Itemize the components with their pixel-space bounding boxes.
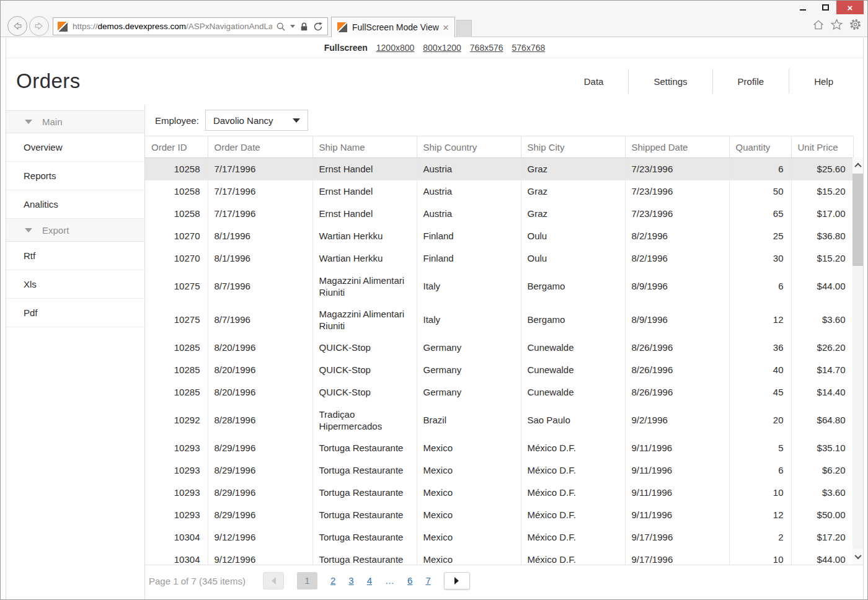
refresh-icon[interactable] — [313, 22, 323, 32]
sidebar-item-xls[interactable]: Xls — [6, 270, 144, 299]
table-row[interactable]: 102928/28/1996Tradiçao HipermercadosBraz… — [145, 404, 853, 437]
table-row[interactable]: 103049/12/1996Tortuga RestauranteMexicoM… — [145, 549, 853, 565]
menu-item-data[interactable]: Data — [559, 76, 629, 87]
address-bar[interactable]: https://demos.devexpress.com/ASPxNavigat… — [53, 17, 328, 35]
page-link-6[interactable]: 6 — [407, 575, 412, 586]
prev-page-button[interactable] — [263, 572, 284, 589]
sidebar-item-reports[interactable]: Reports — [6, 162, 144, 190]
table-row[interactable]: 102858/20/1996QUICK-StopGermanyCunewalde… — [145, 337, 853, 359]
page-link-3[interactable]: 3 — [348, 575, 353, 586]
table-row[interactable]: 102758/7/1996Magazzini Alimentari Riunit… — [145, 270, 853, 303]
sidebar-group-export[interactable]: Export — [6, 219, 144, 242]
column-header-ship-country[interactable]: Ship Country — [417, 136, 521, 158]
cell-quantity: 10 — [729, 482, 791, 504]
close-button[interactable]: × — [836, 1, 864, 14]
sidebar-item-pdf[interactable]: Pdf — [6, 299, 144, 327]
collapse-arrow-icon — [25, 228, 32, 232]
scrollbar-thumb[interactable] — [852, 174, 863, 266]
table-row[interactable]: 102587/17/1996Ernst HandelAustriaGraz7/2… — [145, 180, 853, 203]
browser-tab[interactable]: FullScreen Mode Viewer × — [331, 17, 455, 37]
maximize-button[interactable] — [814, 1, 836, 14]
cell-order-date: 8/28/1996 — [208, 404, 312, 437]
home-icon[interactable] — [812, 19, 825, 31]
table-row[interactable]: 102938/29/1996Tortuga RestauranteMexicoM… — [145, 437, 853, 459]
scroll-down-button[interactable] — [852, 549, 863, 565]
cell-unit-price: $44.00 — [791, 270, 853, 303]
header-menu: DataSettingsProfileHelp — [559, 69, 858, 94]
column-header-order-id[interactable]: Order ID — [145, 136, 208, 158]
new-tab-button[interactable] — [456, 20, 472, 37]
cell-unit-price: $17.20 — [791, 526, 853, 549]
column-header-shipped-date[interactable]: Shipped Date — [625, 136, 729, 158]
cell-quantity: 2 — [729, 526, 791, 549]
table-row[interactable]: 102938/29/1996Tortuga RestauranteMexicoM… — [145, 459, 853, 482]
page-link-7[interactable]: 7 — [425, 575, 430, 586]
pager-summary: Page 1 of 7 (345 items) — [149, 575, 246, 586]
cell-ship-country: Mexico — [417, 549, 521, 565]
sidebar-group-label: Main — [42, 117, 63, 127]
minimize-button[interactable] — [792, 1, 814, 14]
table-row[interactable]: 102858/20/1996QUICK-StopGermanyCunewalde… — [145, 359, 853, 381]
cell-quantity: 12 — [729, 303, 791, 337]
cell-unit-price: $14.40 — [791, 381, 853, 404]
search-dropdown-icon[interactable] — [290, 25, 295, 28]
cell-quantity: 6 — [729, 158, 791, 180]
next-arrow-icon — [454, 577, 459, 585]
sidebar-item-analitics[interactable]: Analitics — [6, 190, 144, 219]
back-button[interactable] — [7, 16, 27, 36]
cell-ship-country: Austria — [417, 203, 521, 225]
cell-order-date: 8/20/1996 — [208, 381, 312, 404]
settings-gear-icon[interactable] — [849, 18, 862, 31]
next-page-button[interactable] — [444, 572, 470, 589]
table-row[interactable]: 102708/1/1996Wartian HerkkuFinlandOulu8/… — [145, 247, 853, 270]
column-header-unit-price[interactable]: Unit Price — [791, 136, 853, 158]
vertical-scrollbar[interactable] — [852, 157, 863, 565]
size-link-1200x800[interactable]: 1200x800 — [376, 43, 415, 53]
column-header-ship-name[interactable]: Ship Name — [312, 136, 417, 158]
menu-item-profile[interactable]: Profile — [713, 76, 789, 87]
lock-icon — [299, 22, 309, 32]
cell-ship-city: Oulu — [521, 247, 625, 270]
tab-close-icon[interactable]: × — [443, 22, 449, 33]
scroll-up-button[interactable] — [852, 157, 863, 174]
sidebar: MainOverviewReportsAnaliticsExportRtfXls… — [6, 105, 145, 599]
cell-shipped-date: 8/26/1996 — [625, 359, 729, 381]
cell-order-id: 10270 — [145, 247, 208, 270]
size-link-576x768[interactable]: 576x768 — [512, 43, 546, 53]
table-row[interactable]: 102858/20/1996QUICK-StopGermanyCunewalde… — [145, 381, 853, 404]
sidebar-group-main[interactable]: Main — [6, 110, 144, 133]
menu-item-help[interactable]: Help — [789, 76, 858, 87]
sidebar-item-overview[interactable]: Overview — [6, 133, 144, 162]
cell-ship-name: Tortuga Restaurante — [312, 504, 417, 526]
search-icon[interactable] — [276, 22, 286, 32]
table-row[interactable]: 102938/29/1996Tortuga RestauranteMexicoM… — [145, 482, 853, 504]
cell-ship-name: Wartian Herkku — [312, 247, 417, 270]
table-row[interactable]: 103049/12/1996Tortuga RestauranteMexicoM… — [145, 526, 853, 549]
cell-shipped-date: 8/9/1996 — [625, 270, 729, 303]
table-row[interactable]: 102758/7/1996Magazzini Alimentari Riunit… — [145, 303, 853, 337]
cell-ship-city: Graz — [521, 158, 625, 180]
size-link-800x1200[interactable]: 800x1200 — [423, 43, 461, 53]
column-header-ship-city[interactable]: Ship City — [521, 136, 625, 158]
cell-ship-city: México D.F. — [521, 459, 625, 482]
column-header-quantity[interactable]: Quantity — [729, 136, 791, 158]
cell-ship-country: Mexico — [417, 504, 521, 526]
page-link-4[interactable]: 4 — [367, 575, 372, 586]
prev-arrow-icon — [272, 577, 276, 585]
cell-ship-name: QUICK-Stop — [312, 359, 417, 381]
sidebar-item-rtf[interactable]: Rtf — [6, 242, 144, 270]
favorites-star-icon[interactable] — [830, 18, 843, 31]
page-link-2[interactable]: 2 — [330, 575, 335, 586]
table-row[interactable]: 102938/29/1996Tortuga RestauranteMexicoM… — [145, 504, 853, 526]
table-row[interactable]: 102587/17/1996Ernst HandelAustriaGraz7/2… — [145, 203, 853, 225]
forward-button[interactable] — [29, 16, 49, 36]
size-link-768x576[interactable]: 768x576 — [470, 43, 503, 53]
table-row[interactable]: 102587/17/1996Ernst HandelAustriaGraz7/2… — [145, 158, 853, 180]
cell-shipped-date: 9/17/1996 — [625, 549, 729, 565]
table-row[interactable]: 102708/1/1996Wartian HerkkuFinlandOulu8/… — [145, 225, 853, 247]
cell-shipped-date: 9/11/1996 — [625, 482, 729, 504]
employee-dropdown[interactable]: Davolio Nancy — [205, 110, 308, 131]
menu-item-settings[interactable]: Settings — [629, 76, 712, 87]
column-header-order-date[interactable]: Order Date — [208, 136, 312, 158]
window-controls: × — [792, 1, 864, 14]
